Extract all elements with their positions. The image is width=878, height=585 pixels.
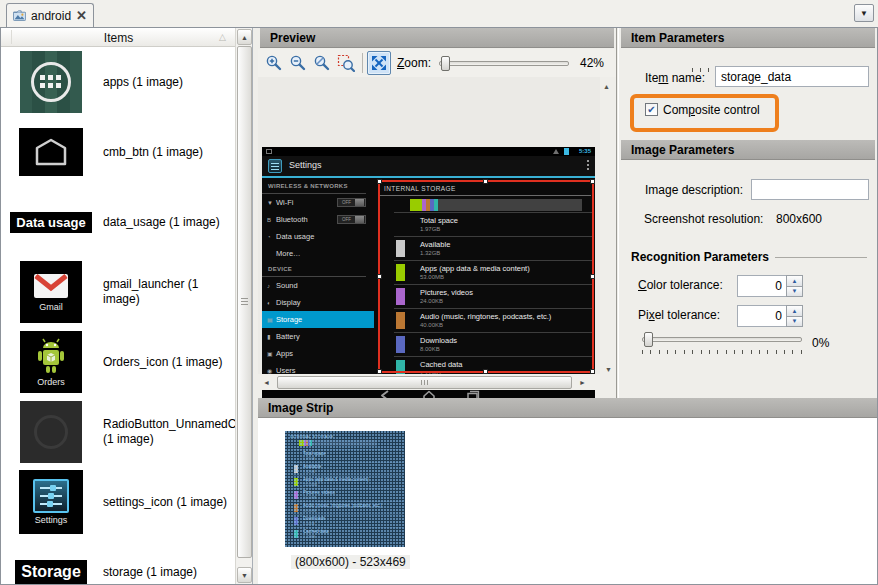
android-nav-icon: ▮: [267, 333, 276, 340]
list-item[interactable]: cmb_btn (1 image): [1, 117, 236, 187]
list-item[interactable]: Gmail Gmail Gmail: [1, 257, 236, 327]
preview-title: Preview: [270, 31, 315, 45]
resolution-value: 800x600: [776, 212, 822, 226]
scroll-left-icon[interactable]: ◄: [260, 376, 273, 389]
zoom-in-button[interactable]: [262, 51, 286, 75]
selection-handle[interactable]: [377, 179, 382, 184]
tolerance-slider[interactable]: [642, 337, 802, 342]
tab-list-dropdown-button[interactable]: ▼: [854, 4, 874, 22]
zoom-slider-thumb[interactable]: [441, 56, 450, 71]
text-capture-icon: Data usage: [10, 212, 91, 233]
tab-label: android: [31, 9, 71, 23]
zoom-region-button[interactable]: [334, 51, 358, 75]
toggle-off: OFF: [337, 198, 366, 207]
main-frame: Items △: [0, 27, 878, 585]
preview-toolbar: Zoom: 42%: [258, 49, 616, 77]
android-nav-icon: ◉: [267, 367, 276, 374]
capture-selection-rect[interactable]: [378, 180, 594, 373]
android-nav-row: ▮ Battery: [262, 328, 374, 345]
apps-grid-icon: [20, 51, 82, 113]
image-strip-panel: Image Strip INTERNAL STORAGE Total space…: [258, 398, 877, 584]
spin-up-icon[interactable]: ▲: [786, 305, 803, 316]
list-item[interactable]: Orders Orders Orders: [1, 327, 236, 397]
image-parameters-header: Image Parameters: [621, 140, 875, 160]
selection-handle[interactable]: [590, 179, 595, 184]
list-item[interactable]: Settings Settings Settings: [1, 467, 236, 537]
strip-thumbnail[interactable]: INTERNAL STORAGE Total space 1.97GB Avai…: [285, 431, 405, 547]
selection-handle[interactable]: [590, 274, 595, 279]
signal-icon: [553, 149, 559, 154]
android-nav-row: B Bluetooth OFF: [262, 211, 374, 228]
usb-debug-icon: [266, 149, 272, 154]
scrollbar-thumb[interactable]: [277, 376, 572, 389]
zoom-custom-icon: [313, 54, 331, 72]
tolerance-slider-ticks: [642, 350, 802, 354]
android-nav-row: ◔ Data usage: [262, 228, 374, 245]
color-tolerance-spinner: ▲ ▼: [737, 275, 803, 297]
selection-handle[interactable]: [377, 274, 382, 279]
list-item[interactable]: RadioButton_UnnamedCtrl (1 image): [1, 397, 236, 467]
strip-thumbnail-selection[interactable]: INTERNAL STORAGE Total space 1.97GB Avai…: [281, 427, 409, 551]
android-nav-icon: ▣: [267, 350, 276, 357]
item-label: data_usage (1 image): [103, 215, 220, 230]
android-nav-icon: B: [267, 217, 276, 223]
item-label: cmb_btn (1 image): [103, 145, 203, 160]
list-item[interactable]: apps (1 image): [1, 47, 236, 117]
color-tolerance-label: Color tolerance:: [638, 278, 723, 292]
tab-android[interactable]: android ✕: [6, 3, 94, 27]
item-label: RadioButton_UnnamedCtrl (1 image): [103, 417, 236, 447]
parameters-panel: Item Parameters Item name: Composite con…: [619, 28, 877, 394]
recognition-parameters-header: Recognition Parameters: [631, 250, 867, 264]
zoom-out-icon: [289, 54, 307, 72]
toolbar-separator: [362, 53, 363, 73]
close-icon[interactable]: ✕: [76, 11, 87, 21]
android-nav-row: DEVICE: [262, 262, 366, 277]
list-item[interactable]: Storage Storage Storage: [1, 537, 236, 584]
android-nav-row: ♪ Sound: [262, 277, 374, 294]
scrollbar-thumb[interactable]: [237, 46, 252, 558]
composite-label: Composite control: [663, 103, 760, 117]
items-column-header[interactable]: Items △: [1, 28, 236, 47]
preview-horizontal-scrollbar[interactable]: ◄ ►: [260, 374, 600, 390]
settings-sliders-icon: Settings: [19, 470, 83, 534]
application-window: android ✕ ▼ Items △: [0, 0, 878, 585]
spin-down-icon[interactable]: ▼: [786, 316, 803, 328]
android-action-bar: Settings: [262, 156, 595, 176]
zoom-custom-button[interactable]: [310, 51, 334, 75]
item-label: Orders_icon (1 image): [103, 355, 222, 370]
scroll-right-icon[interactable]: ►: [576, 376, 589, 389]
preview-scroll-down-icon[interactable]: ▼: [602, 363, 615, 376]
zoom-in-icon: [265, 54, 283, 72]
preview-scroll-up-icon[interactable]: ▲: [600, 80, 613, 93]
color-tolerance-input[interactable]: [737, 275, 786, 297]
tolerance-slider-thumb[interactable]: [644, 332, 653, 347]
item-label: settings_icon (1 image): [103, 495, 227, 510]
pixel-tolerance-spinner: ▲ ▼: [737, 305, 803, 327]
spin-up-icon[interactable]: ▲: [786, 275, 803, 286]
image-description-label: Image description:: [645, 183, 743, 197]
scroll-up-icon[interactable]: ▲: [237, 29, 252, 45]
composite-checkbox[interactable]: [645, 103, 658, 116]
preview-canvas: 5:35 Settings WIRELESS & NETWORKS ▼ Wi-F…: [258, 77, 600, 374]
image-strip-content: INTERNAL STORAGE Total space 1.97GB Avai…: [258, 418, 877, 584]
selection-handle[interactable]: [483, 179, 488, 184]
items-panel: Items △: [1, 28, 253, 584]
image-description-input[interactable]: [751, 179, 869, 200]
pixel-tolerance-input[interactable]: [737, 305, 786, 327]
image-strip-header: Image Strip: [258, 398, 877, 418]
android-nav-icon: ▤: [267, 316, 276, 323]
items-scrollbar[interactable]: ▲ ▼: [235, 28, 252, 584]
preview-zoom-slider[interactable]: [439, 61, 569, 66]
item-name-input[interactable]: [715, 66, 869, 87]
fit-to-window-button[interactable]: [367, 51, 391, 75]
item-thumbnail: Orders Orders Orders: [19, 330, 83, 394]
android-nav-icon: ◐: [267, 300, 276, 306]
zoom-out-button[interactable]: [286, 51, 310, 75]
text-capture-icon: Storage: [15, 560, 87, 584]
item-label: storage (1 image): [103, 565, 197, 580]
spin-down-icon[interactable]: ▼: [786, 286, 803, 298]
scroll-down-icon[interactable]: ▼: [237, 567, 252, 583]
item-label: gmail_launcher (1 image): [103, 277, 236, 307]
item-thumbnail: [19, 50, 83, 114]
list-item[interactable]: Data usage Data usage Data usage: [1, 187, 236, 257]
